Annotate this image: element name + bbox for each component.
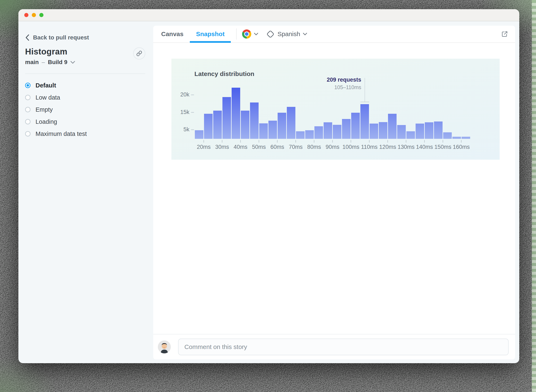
- histogram-bar[interactable]: [370, 124, 378, 139]
- radio-icon[interactable]: [25, 131, 30, 136]
- chevron-down-icon: [70, 61, 75, 64]
- histogram-bar[interactable]: [342, 119, 351, 139]
- viewport-diamond-icon[interactable]: [267, 30, 274, 38]
- histogram-bar[interactable]: [268, 121, 277, 139]
- open-in-new-window-button[interactable]: [501, 31, 508, 37]
- tab-snapshot[interactable]: Snapshot: [190, 26, 231, 42]
- tab-bar: CanvasSnapshot Spanish: [153, 26, 515, 43]
- story-label: Maximum data test: [36, 131, 87, 137]
- story-label: Loading: [36, 118, 57, 125]
- x-axis-label: 50ms: [252, 144, 266, 150]
- sidebar: Back to pull request Histogram main – Bu…: [18, 21, 153, 363]
- histogram-bar[interactable]: [462, 137, 470, 139]
- histogram-bar[interactable]: [232, 88, 240, 139]
- chevron-down-icon[interactable]: [254, 33, 258, 36]
- histogram-bar[interactable]: [222, 97, 231, 139]
- histogram-bar[interactable]: [314, 126, 323, 139]
- sidebar-divider: [25, 74, 145, 74]
- chrome-browser-icon[interactable]: [242, 29, 251, 39]
- story-label: Default: [36, 82, 56, 89]
- histogram-bar[interactable]: [434, 121, 443, 139]
- radio-icon[interactable]: [25, 95, 30, 100]
- histogram-bar[interactable]: [278, 113, 286, 139]
- chevron-down-icon[interactable]: [303, 33, 307, 36]
- external-link-icon: [501, 31, 508, 37]
- story-list: DefaultLow dataEmptyLoadingMaximum data …: [25, 79, 153, 140]
- close-button[interactable]: [24, 13, 29, 17]
- desktop-background: Back to pull request Histogram main – Bu…: [0, 0, 536, 392]
- x-axis-tick: [277, 140, 278, 143]
- green-corner-tint: [0, 359, 54, 392]
- histogram-bar[interactable]: [351, 113, 360, 139]
- x-axis-tick: [424, 140, 425, 143]
- tooltip-range: 105–110ms: [327, 84, 361, 90]
- histogram-bar[interactable]: [296, 131, 305, 139]
- story-radio-item[interactable]: Empty: [25, 103, 153, 116]
- x-axis-tick: [443, 140, 443, 143]
- histogram-bar[interactable]: [397, 125, 406, 139]
- y-axis-label: 15k: [171, 109, 189, 115]
- story-radio-item[interactable]: Low data: [25, 91, 153, 103]
- x-axis-label: 120ms: [379, 144, 396, 150]
- comment-bar: [153, 334, 515, 359]
- story-radio-item[interactable]: Maximum data test: [25, 128, 153, 140]
- x-axis-label: 100ms: [342, 144, 359, 150]
- histogram-bar[interactable]: [360, 104, 369, 139]
- back-to-pull-request-link[interactable]: Back to pull request: [25, 34, 153, 41]
- zoom-button[interactable]: [39, 13, 43, 17]
- histogram-bar[interactable]: [213, 111, 222, 139]
- minimize-button[interactable]: [32, 13, 36, 17]
- histogram-bar[interactable]: [425, 122, 433, 139]
- histogram-bar[interactable]: [388, 114, 397, 139]
- histogram-bar[interactable]: [250, 103, 258, 139]
- back-label: Back to pull request: [33, 34, 89, 41]
- y-axis-label: 20k: [171, 91, 189, 98]
- chevron-left-icon: [25, 34, 30, 41]
- histogram-bar[interactable]: [416, 124, 424, 139]
- radio-icon[interactable]: [25, 83, 30, 88]
- x-axis-tick: [203, 140, 204, 143]
- x-axis-label: 110ms: [361, 144, 378, 150]
- histogram-bar[interactable]: [241, 111, 249, 139]
- x-axis-label: 40ms: [234, 144, 247, 150]
- y-axis-tick: [191, 94, 194, 95]
- story-radio-item[interactable]: Default: [25, 79, 153, 91]
- x-axis-tick: [332, 140, 333, 143]
- x-axis-label: 30ms: [215, 144, 229, 150]
- histogram-bar[interactable]: [379, 122, 387, 139]
- separator: –: [42, 59, 45, 65]
- x-axis-label: 60ms: [270, 144, 284, 150]
- copy-link-button[interactable]: [133, 47, 145, 60]
- branch-name: main: [25, 59, 39, 65]
- x-axis-tick: [369, 140, 370, 143]
- radio-icon[interactable]: [25, 107, 30, 112]
- histogram-bar[interactable]: [324, 122, 332, 139]
- x-axis-label: 130ms: [398, 144, 415, 150]
- histogram-bar[interactable]: [443, 132, 452, 139]
- histogram-bar[interactable]: [305, 130, 314, 139]
- histogram-bar[interactable]: [452, 137, 461, 139]
- branch-build-selector[interactable]: main – Build 9: [25, 59, 153, 65]
- histogram-bar[interactable]: [195, 130, 203, 139]
- comment-input[interactable]: [178, 339, 509, 355]
- x-axis-tick: [406, 140, 406, 143]
- story-label: Low data: [36, 94, 60, 101]
- user-avatar[interactable]: [158, 341, 171, 353]
- y-axis-tick: [191, 129, 194, 130]
- radio-icon[interactable]: [25, 119, 30, 124]
- x-axis-label: 70ms: [289, 144, 302, 150]
- x-axis-tick: [222, 140, 222, 143]
- snapshot-card: CanvasSnapshot Spanish: [153, 26, 515, 359]
- viewport-label[interactable]: Spanish: [278, 30, 300, 37]
- x-axis-label: 160ms: [453, 144, 470, 150]
- x-axis-tick: [387, 140, 388, 143]
- histogram-bar[interactable]: [259, 123, 268, 139]
- histogram-bar[interactable]: [333, 125, 341, 139]
- tab-canvas[interactable]: Canvas: [155, 26, 190, 42]
- histogram-bar[interactable]: [287, 107, 295, 139]
- tooltip-value: 209 requests: [327, 77, 361, 83]
- histogram-bar[interactable]: [204, 114, 213, 139]
- story-radio-item[interactable]: Loading: [25, 116, 153, 128]
- component-header: Histogram main – Build 9: [25, 47, 153, 65]
- histogram-bar[interactable]: [406, 131, 415, 139]
